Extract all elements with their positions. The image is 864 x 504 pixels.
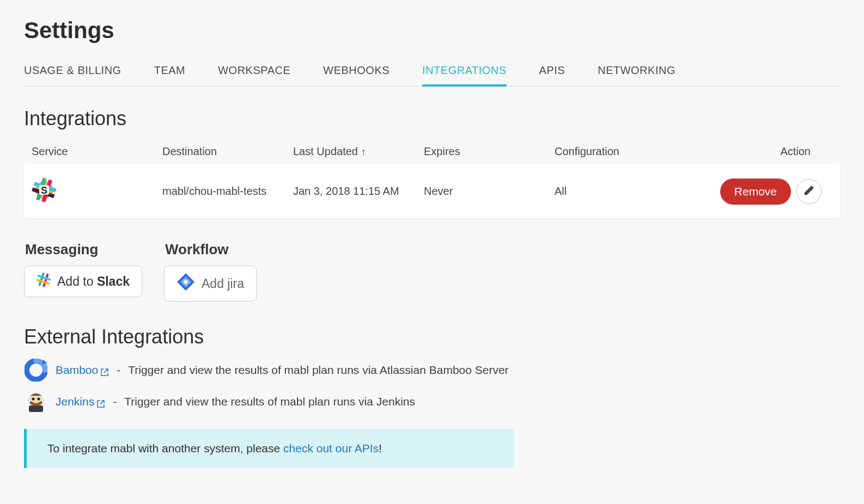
messaging-subsection: Messaging Add to Slack (24, 241, 142, 302)
page-title: Settings (24, 17, 840, 44)
external-item-jenkins: Jenkins - Trigger and view the results o… (24, 390, 840, 414)
jenkins-link[interactable]: Jenkins (56, 395, 105, 408)
messaging-heading: Messaging (25, 241, 142, 258)
jenkins-icon (24, 390, 48, 414)
integrations-heading: Integrations (24, 107, 840, 130)
col-configuration: Configuration (555, 145, 685, 158)
callout-text-after: ! (379, 442, 382, 454)
dash-separator: - (113, 395, 117, 408)
tab-workspace[interactable]: WORKSPACE (218, 59, 290, 86)
configuration-cell: All (555, 185, 685, 198)
col-destination: Destination (162, 145, 293, 158)
workflow-heading: Workflow (165, 241, 257, 258)
svg-rect-21 (27, 398, 31, 402)
tab-networking[interactable]: NETWORKING (598, 59, 676, 86)
destination-cell: mabl/chou-mabl-tests (162, 185, 293, 198)
svg-point-19 (32, 398, 35, 401)
external-integrations-heading: External Integrations (24, 325, 840, 348)
svg-point-20 (38, 398, 40, 401)
col-expires: Expires (424, 145, 555, 158)
dash-separator: - (117, 364, 120, 377)
check-out-apis-link[interactable]: check out our APIs (283, 442, 379, 454)
add-jira-label: Add jira (202, 276, 244, 291)
svg-rect-18 (29, 405, 43, 412)
sort-arrow-up-icon: ↑ (361, 147, 366, 157)
col-last-updated[interactable]: Last Updated ↑ (293, 145, 424, 158)
tab-usage-billing[interactable]: USAGE & BILLING (24, 59, 121, 86)
slack-hash-icon (36, 273, 51, 290)
external-link-icon (100, 366, 109, 375)
col-service: Service (32, 145, 162, 158)
tab-apis[interactable]: APIS (539, 59, 565, 86)
service-cell: S (32, 177, 162, 205)
svg-text:S: S (41, 185, 47, 196)
table-row: S mabl/chou-mabl-tests Jan 3, 2018 11:15… (24, 164, 840, 218)
actions-cell: Remove (685, 179, 832, 205)
bamboo-desc: Trigger and view the results of mabl pla… (128, 364, 508, 377)
tab-team[interactable]: TEAM (154, 59, 186, 86)
jira-icon (177, 273, 195, 294)
integrations-table-header: Service Destination Last Updated ↑ Expir… (24, 140, 840, 164)
tab-integrations[interactable]: INTEGRATIONS (422, 59, 507, 87)
svg-rect-22 (41, 398, 45, 402)
external-item-bamboo: Bamboo - Trigger and view the results of… (24, 358, 840, 382)
slack-icon: S (32, 177, 57, 205)
add-to-slack-button[interactable]: Add to Slack (24, 266, 142, 297)
last-updated-cell: Jan 3, 2018 11:15 AM (293, 185, 424, 198)
api-callout: To integrate mabl with another system, p… (24, 429, 514, 468)
jenkins-desc: Trigger and view the results of mabl pla… (124, 395, 415, 408)
edit-button[interactable] (796, 179, 822, 204)
add-to-slack-label: Add to Slack (57, 274, 130, 289)
col-action: Action (685, 145, 832, 158)
integration-card: S mabl/chou-mabl-tests Jan 3, 2018 11:15… (24, 164, 840, 218)
bamboo-icon (24, 358, 48, 382)
remove-button[interactable]: Remove (720, 179, 791, 205)
add-jira-button[interactable]: Add jira (164, 266, 257, 302)
tab-webhooks[interactable]: WEBHOOKS (323, 59, 390, 86)
bamboo-link[interactable]: Bamboo (56, 364, 109, 377)
expires-cell: Never (424, 185, 555, 198)
pencil-icon (804, 185, 814, 198)
settings-tabs: USAGE & BILLINGTEAMWORKSPACEWEBHOOKSINTE… (24, 59, 840, 87)
external-link-icon (96, 398, 105, 407)
workflow-subsection: Workflow Add jira (164, 241, 257, 302)
callout-text-before: To integrate mabl with another system, p… (47, 442, 283, 454)
